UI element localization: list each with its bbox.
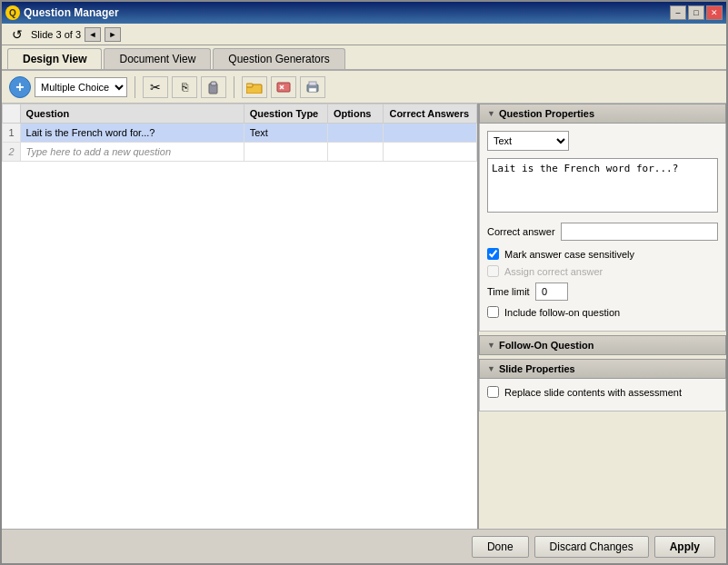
col-question: Question [20,104,244,124]
follow-on-arrow-icon: ▼ [487,341,495,350]
discard-changes-button[interactable]: Discard Changes [534,536,649,558]
window-title: Question Manager [24,6,119,19]
time-limit-input[interactable] [535,282,568,301]
paste-button[interactable] [201,76,226,98]
question-properties-content: Text Multiple Choice True/False Fill in … [479,124,726,332]
slide-info: Slide 3 of 3 [31,29,81,40]
slide-toolbar: ↺ Slide 3 of 3 ◄ ► [2,24,726,45]
maximize-button[interactable]: □ [688,5,704,20]
print-button[interactable] [300,76,325,98]
tabs-bar: Design View Document View Question Gener… [2,45,726,71]
app-icon: Q [5,5,20,20]
correct-answer-label: Correct answer [487,226,555,237]
close-button[interactable]: ✕ [706,5,723,20]
copy-button[interactable]: ⎘ [172,76,197,98]
row-question-type: Text [244,124,327,143]
done-button[interactable]: Done [472,536,529,558]
type-selector-row: Text Multiple Choice True/False Fill in … [487,131,718,151]
replace-slide-checkbox[interactable] [487,386,499,398]
question-table: Question Question Type Options Correct A… [2,104,477,162]
table-row[interactable]: 1 Lait is the French word for...? Text [3,124,477,143]
correct-answer-input[interactable] [561,223,718,241]
cut-button[interactable]: ✂ [143,76,168,98]
toolbar-separator [135,76,135,98]
slide-prev-button[interactable]: ◄ [85,27,101,42]
add-row-text: Type here to add a new question [20,143,244,162]
time-limit-row: Time limit [487,282,718,301]
mark-case-label: Mark answer case sensitively [504,249,634,260]
follow-on-row: Include follow-on question [487,306,718,318]
toolbar-separator-2 [234,76,234,98]
arrow-icon: ▼ [487,109,495,118]
question-properties-header[interactable]: ▼ Question Properties [479,104,726,124]
col-num [3,104,21,124]
delete-button[interactable] [271,76,296,98]
apply-button[interactable]: Apply [654,536,715,558]
correct-answer-row: Correct answer [487,223,718,241]
slide-arrow-icon: ▼ [487,364,495,373]
svg-rect-3 [246,84,253,87]
question-type-select[interactable]: Multiple Choice True/False Fill in Blank… [35,77,127,97]
folder-button[interactable] [242,76,267,98]
question-properties-label: Question Properties [499,108,594,119]
svg-rect-8 [309,82,316,85]
follow-on-checkbox[interactable] [487,306,499,318]
mark-case-row: Mark answer case sensitively [487,248,718,260]
tab-question-generators[interactable]: Question Generators [213,48,344,69]
bottom-bar: Done Discard Changes Apply [2,529,726,563]
svg-rect-4 [277,83,290,92]
properties-panel: ▼ Question Properties Text Multiple Choi… [479,104,726,529]
main-window: Q Question Manager – □ ✕ ↺ Slide 3 of 3 … [0,0,728,565]
replace-slide-label: Replace slide contents with assessment [504,387,682,398]
add-row-number: 2 [3,143,21,162]
tab-document-view[interactable]: Document View [104,48,211,69]
follow-on-section-header[interactable]: ▼ Follow-On Question [479,335,726,355]
follow-on-label: Include follow-on question [504,307,620,318]
row-options [327,124,384,143]
slide-properties-content: Replace slide contents with assessment [479,379,726,411]
slide-next-button[interactable]: ► [105,27,121,42]
col-options: Options [327,104,384,124]
row-correct [384,124,477,143]
slide-section-label: Slide Properties [499,363,575,374]
question-textarea[interactable]: Lait is the French word for...? [487,158,718,213]
window-controls: – □ ✕ [670,5,723,20]
titlebar: Q Question Manager – □ ✕ [2,2,726,24]
time-limit-label: Time limit [487,286,530,297]
action-toolbar: + Multiple Choice True/False Fill in Bla… [2,71,726,104]
row-question-text: Lait is the French word for...? [20,124,244,143]
svg-rect-1 [211,82,216,85]
follow-on-section-label: Follow-On Question [499,340,594,351]
question-panel: Question Question Type Options Correct A… [2,104,479,529]
replace-slide-row: Replace slide contents with assessment [487,386,718,398]
assign-correct-checkbox[interactable] [487,265,499,277]
main-content: Question Question Type Options Correct A… [2,104,726,529]
refresh-button[interactable]: ↺ [7,25,27,45]
col-correct: Correct Answers [384,104,477,124]
assign-correct-row: Assign correct answer [487,265,718,277]
col-type: Question Type [244,104,327,124]
add-question-button[interactable]: + [9,76,31,98]
minimize-button[interactable]: – [670,5,686,20]
row-number: 1 [3,124,21,143]
add-question-row[interactable]: 2 Type here to add a new question [3,143,477,162]
slide-properties-header[interactable]: ▼ Slide Properties [479,359,726,379]
svg-rect-9 [309,88,316,92]
type-select[interactable]: Text Multiple Choice True/False Fill in … [487,131,569,151]
assign-correct-label: Assign correct answer [504,266,603,277]
mark-case-checkbox[interactable] [487,248,499,260]
tab-design-view[interactable]: Design View [7,48,102,69]
